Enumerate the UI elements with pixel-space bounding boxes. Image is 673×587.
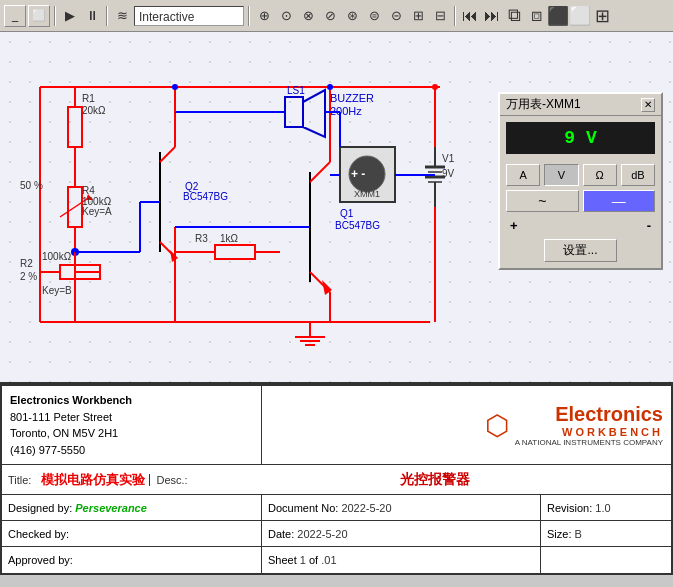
mm-plus-terminal: + bbox=[510, 218, 518, 233]
mm-volt-btn[interactable]: V bbox=[544, 164, 578, 186]
company-line4: (416) 977-5550 bbox=[10, 442, 253, 459]
svg-text:1kΩ: 1kΩ bbox=[220, 233, 239, 244]
project-name: 光控报警器 bbox=[199, 471, 671, 489]
logo-area: ⬡ Electronics WORKBENCH A NATIONAL INSTR… bbox=[262, 386, 671, 464]
sheet-value: 1 bbox=[300, 554, 306, 566]
info-rows: Designed by: Perseverance Document No: 2… bbox=[2, 495, 671, 573]
multimeter-terminals: + - bbox=[500, 216, 661, 237]
tool6[interactable]: ⊜ bbox=[364, 6, 384, 26]
title-label: Title: bbox=[2, 474, 37, 486]
title-row: Title: 模拟电路仿真实验 Desc.: 光控报警器 bbox=[2, 465, 671, 495]
size-value: B bbox=[575, 528, 582, 540]
circuit-area[interactable]: R1 20kΩ 50 % R4 100kΩ Key=A R2 2 % 100kΩ… bbox=[0, 32, 673, 382]
svg-text:R3: R3 bbox=[195, 233, 208, 244]
svg-text:20kΩ: 20kΩ bbox=[82, 105, 106, 116]
svg-text:BC547BG: BC547BG bbox=[335, 220, 380, 231]
multimeter-close-btn[interactable]: ✕ bbox=[641, 98, 655, 112]
designed-row: Designed by: Perseverance Document No: 2… bbox=[2, 495, 671, 521]
doc-no-cell: Document No: 2022-5-20 bbox=[262, 495, 541, 520]
multimeter-wave-buttons: ~ — bbox=[500, 190, 661, 216]
tool1[interactable]: ⊕ bbox=[254, 6, 274, 26]
svg-point-84 bbox=[432, 84, 438, 90]
mm-dc-btn[interactable]: — bbox=[583, 190, 656, 212]
of-value: .01 bbox=[321, 554, 336, 566]
tool9[interactable]: ⊟ bbox=[430, 6, 450, 26]
multimeter-panel: 万用表-XMM1 ✕ 9 V A V Ω dB ~ — + - 设置... bbox=[498, 92, 663, 270]
svg-text:R4: R4 bbox=[82, 185, 95, 196]
sheet-label: Sheet bbox=[268, 554, 297, 566]
company-line1: Electronics Workbench bbox=[10, 392, 253, 409]
company-line3: Toronto, ON M5V 2H1 bbox=[10, 425, 253, 442]
svg-rect-8 bbox=[68, 107, 82, 147]
mm-ampere-btn[interactable]: A bbox=[506, 164, 540, 186]
revision-cell: Revision: 1.0 bbox=[541, 495, 671, 520]
nav1[interactable]: ⏮ bbox=[460, 6, 480, 26]
sep4 bbox=[454, 6, 456, 26]
tool5[interactable]: ⊛ bbox=[342, 6, 362, 26]
toolbar: _ ⬜ ▶ ⏸ ≋ Interactive ⊕ ⊙ ⊗ ⊘ ⊛ ⊜ ⊝ ⊞ ⊟ … bbox=[0, 0, 673, 32]
svg-text:Key=B: Key=B bbox=[42, 285, 72, 296]
company-line2: 801-111 Peter Street bbox=[10, 409, 253, 426]
svg-text:50 %: 50 % bbox=[20, 180, 43, 191]
minimize-btn[interactable]: _ bbox=[4, 5, 26, 27]
tool2[interactable]: ⊙ bbox=[276, 6, 296, 26]
revision-value: 1.0 bbox=[595, 502, 610, 514]
logo-electronics: Electronics bbox=[515, 403, 663, 426]
multimeter-title-label: 万用表-XMM1 bbox=[506, 96, 581, 113]
approved-row: Approved by: Sheet 1 of .01 bbox=[2, 547, 671, 573]
nav4[interactable]: ⧈ bbox=[526, 6, 546, 26]
svg-rect-61 bbox=[215, 245, 255, 259]
title-row-top: Electronics Workbench 801-111 Peter Stre… bbox=[2, 386, 671, 465]
nav5[interactable]: ⬛ bbox=[548, 6, 568, 26]
logo-text: Electronics WORKBENCH A NATIONAL INSTRUM… bbox=[515, 403, 663, 447]
size-cell: Size: B bbox=[541, 521, 671, 546]
nav7[interactable]: ⊞ bbox=[592, 6, 612, 26]
svg-text:R2: R2 bbox=[20, 258, 33, 269]
circuit-diagram: R1 20kΩ 50 % R4 100kΩ Key=A R2 2 % 100kΩ… bbox=[0, 32, 470, 382]
of-label: of bbox=[309, 554, 318, 566]
svg-text:Key=A: Key=A bbox=[82, 206, 112, 217]
desc-label: Desc.: bbox=[149, 474, 199, 486]
svg-text:BC547BG: BC547BG bbox=[183, 191, 228, 202]
restore-btn[interactable]: ⬜ bbox=[28, 5, 50, 27]
logo-sub: A NATIONAL INSTRUMENTS COMPANY bbox=[515, 438, 663, 447]
tool7[interactable]: ⊝ bbox=[386, 6, 406, 26]
sep2 bbox=[106, 6, 108, 26]
logo-workbench: WORKBENCH bbox=[515, 426, 663, 438]
doc-no-value: 2022-5-20 bbox=[341, 502, 391, 514]
svg-text:100kΩ: 100kΩ bbox=[42, 251, 72, 262]
date-label: Date: bbox=[268, 528, 294, 540]
size-label: Size: bbox=[547, 528, 571, 540]
svg-text:LS1: LS1 bbox=[287, 85, 305, 96]
empty-cell bbox=[541, 547, 671, 573]
mm-db-btn[interactable]: dB bbox=[621, 164, 655, 186]
sep1 bbox=[54, 6, 56, 26]
checked-row: Checked by: Date: 2022-5-20 Size: B bbox=[2, 521, 671, 547]
mode-label: Interactive bbox=[134, 6, 244, 26]
nav6[interactable]: ⬜ bbox=[570, 6, 590, 26]
checked-by-cell: Checked by: bbox=[2, 521, 262, 546]
mm-ac-btn[interactable]: ~ bbox=[506, 190, 579, 212]
svg-text:2 %: 2 % bbox=[20, 271, 37, 282]
play-btn[interactable]: ▶ bbox=[60, 6, 80, 26]
svg-text:BUZZER: BUZZER bbox=[330, 92, 374, 104]
tool4[interactable]: ⊘ bbox=[320, 6, 340, 26]
svg-line-67 bbox=[310, 162, 330, 182]
svg-text:+  -: + - bbox=[351, 167, 365, 181]
tool8[interactable]: ⊞ bbox=[408, 6, 428, 26]
tool3[interactable]: ⊗ bbox=[298, 6, 318, 26]
designed-by-value: Perseverance bbox=[75, 502, 147, 514]
svg-line-32 bbox=[160, 147, 175, 162]
mm-settings-btn[interactable]: 设置... bbox=[544, 239, 616, 262]
mm-ohm-btn[interactable]: Ω bbox=[583, 164, 617, 186]
title-value: 模拟电路仿真实验 bbox=[37, 471, 149, 489]
svg-rect-41 bbox=[285, 97, 303, 127]
designed-by-cell: Designed by: Perseverance bbox=[2, 495, 262, 520]
svg-text:R1: R1 bbox=[82, 93, 95, 104]
svg-text:Q1: Q1 bbox=[340, 208, 354, 219]
pause-btn[interactable]: ⏸ bbox=[82, 6, 102, 26]
nav3[interactable]: ⧉ bbox=[504, 6, 524, 26]
svg-text:9V: 9V bbox=[442, 168, 455, 179]
multimeter-title-bar: 万用表-XMM1 ✕ bbox=[500, 94, 661, 116]
nav2[interactable]: ⏭ bbox=[482, 6, 502, 26]
